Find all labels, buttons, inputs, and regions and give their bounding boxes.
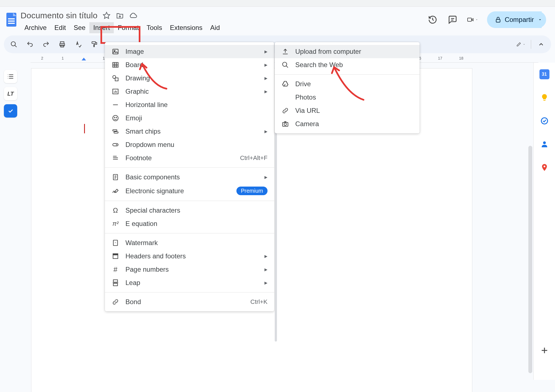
insert-footnote-item[interactable]: Footnote Ctrl+Alt+F	[105, 151, 274, 165]
ruler-indent-marker[interactable]	[82, 58, 86, 60]
spellcheck-icon[interactable]	[74, 40, 83, 49]
chevron-right-icon: ▶	[264, 175, 268, 179]
search-web-item[interactable]: Search the Web	[275, 58, 420, 72]
separator	[105, 167, 274, 168]
collapse-icon[interactable]	[537, 40, 546, 49]
insert-image-item[interactable]: Image ▶	[105, 45, 274, 58]
upload-from-computer-item[interactable]: Upload from computer	[275, 45, 420, 58]
svg-rect-3	[8, 18, 15, 19]
drive-item[interactable]: Drive	[275, 77, 420, 91]
add-addon-icon[interactable]	[539, 345, 549, 355]
search-icon[interactable]	[9, 40, 18, 49]
drive-icon	[281, 80, 289, 88]
insert-board-item[interactable]: Board ▶	[105, 58, 274, 72]
chevron-right-icon: ▶	[264, 89, 268, 94]
share-button[interactable]: Compartir	[487, 11, 542, 28]
insert-equation-item[interactable]: π² E equation	[105, 217, 274, 230]
languagetool-button[interactable]: LT	[4, 87, 17, 100]
vertical-scrollbar[interactable]	[528, 146, 532, 373]
camera-item[interactable]: Camera	[275, 117, 420, 131]
cloud-status-icon[interactable]	[129, 11, 137, 20]
keep-icon[interactable]	[539, 93, 549, 103]
insert-bond-item[interactable]: Bond Ctrl+K	[105, 295, 274, 309]
table-icon	[112, 61, 119, 69]
watermark-icon	[112, 239, 119, 247]
browser-chrome-strip	[0, 0, 555, 7]
photos-item[interactable]: Photos	[275, 91, 420, 104]
menu-archive[interactable]: Archive	[21, 22, 51, 33]
chevron-right-icon: ▶	[264, 267, 268, 272]
comments-icon[interactable]	[447, 14, 458, 25]
print-icon[interactable]	[58, 40, 67, 49]
menu-insert[interactable]: Insert	[89, 22, 114, 33]
svg-line-60	[286, 66, 288, 68]
omega-icon: Ω	[112, 207, 119, 214]
insert-drawing-item[interactable]: Drawing ▶	[105, 72, 274, 85]
bond-shortcut: Ctrl+K	[250, 298, 268, 306]
svg-rect-14	[92, 42, 95, 44]
ruler-mark: 17	[438, 56, 442, 60]
calendar-icon[interactable]: 31	[539, 69, 549, 79]
text-cursor	[84, 124, 85, 133]
insert-graphic-item[interactable]: Graphic ▶	[105, 85, 274, 98]
docs-logo-icon[interactable]	[4, 9, 19, 30]
header-footer-icon	[112, 252, 119, 260]
star-icon[interactable]	[102, 11, 111, 20]
redo-icon[interactable]	[42, 40, 51, 49]
insert-smartchips-item[interactable]: Smart chips ▶	[105, 125, 274, 138]
insert-headers-item[interactable]: Headers and footers ▶	[105, 250, 274, 263]
share-dropdown-button[interactable]	[534, 11, 546, 28]
undo-icon[interactable]	[26, 40, 34, 49]
menu-edit[interactable]: Edit	[51, 22, 70, 33]
meet-icon[interactable]	[467, 14, 478, 25]
footnote-shortcut: Ctrl+Alt+F	[240, 154, 268, 162]
svg-rect-26	[113, 49, 118, 54]
paint-format-icon[interactable]	[90, 40, 99, 49]
insert-signature-item[interactable]: Electronic signature Premium	[105, 184, 274, 198]
svg-rect-2	[8, 23, 15, 24]
svg-rect-1	[8, 21, 15, 22]
svg-point-40	[113, 115, 118, 121]
ruler-mark: 18	[459, 56, 463, 60]
maps-icon[interactable]	[539, 162, 549, 172]
insert-page-numbers-item[interactable]: # Page numbers ▶	[105, 263, 274, 276]
chevron-right-icon: ▶	[264, 281, 268, 285]
insert-hline-item[interactable]: Horizontal line	[105, 98, 274, 111]
check-button[interactable]	[4, 104, 17, 118]
signature-icon	[112, 187, 119, 195]
svg-line-10	[15, 45, 17, 47]
share-label: Compartir	[505, 16, 534, 24]
insert-special-chars-item[interactable]: Ω Special characters	[105, 204, 274, 217]
menu-tools[interactable]: Tools	[143, 22, 166, 33]
insert-leap-item[interactable]: Leap ▶	[105, 276, 274, 289]
ruler-mark: 1	[62, 56, 64, 60]
move-folder-icon[interactable]	[116, 11, 124, 20]
separator	[105, 233, 274, 233]
menu-see[interactable]: See	[70, 22, 89, 33]
photos-icon	[281, 93, 289, 101]
tasks-icon[interactable]	[539, 116, 549, 126]
shapes-icon	[112, 74, 119, 82]
insert-components-item[interactable]: Basic components ▶	[105, 170, 274, 184]
insert-watermark-item[interactable]: Watermark	[105, 236, 274, 250]
document-title[interactable]: Documento sin título	[21, 11, 97, 20]
outline-button[interactable]	[4, 70, 17, 83]
menu-extensions[interactable]: Extensions	[166, 22, 206, 33]
insert-emoji-item[interactable]: Emoji	[105, 111, 274, 125]
chevron-right-icon: ▶	[264, 254, 268, 258]
via-url-item[interactable]: Via URL	[275, 104, 420, 117]
chevron-right-icon: ▶	[264, 63, 268, 67]
chips-icon	[112, 128, 119, 135]
svg-rect-43	[113, 130, 117, 131]
contacts-icon[interactable]	[539, 139, 549, 149]
chevron-right-icon: ▶	[264, 49, 268, 54]
insert-dropdown-item[interactable]: Dropdown menu	[105, 138, 274, 151]
menu-aid[interactable]: Aid	[206, 22, 224, 33]
edit-mode-button[interactable]	[516, 40, 525, 49]
image-icon	[112, 48, 119, 55]
svg-point-23	[543, 166, 545, 167]
svg-marker-4	[104, 12, 110, 18]
upload-icon	[281, 48, 289, 55]
menu-format[interactable]: Format	[114, 22, 143, 33]
history-icon[interactable]	[427, 14, 438, 25]
